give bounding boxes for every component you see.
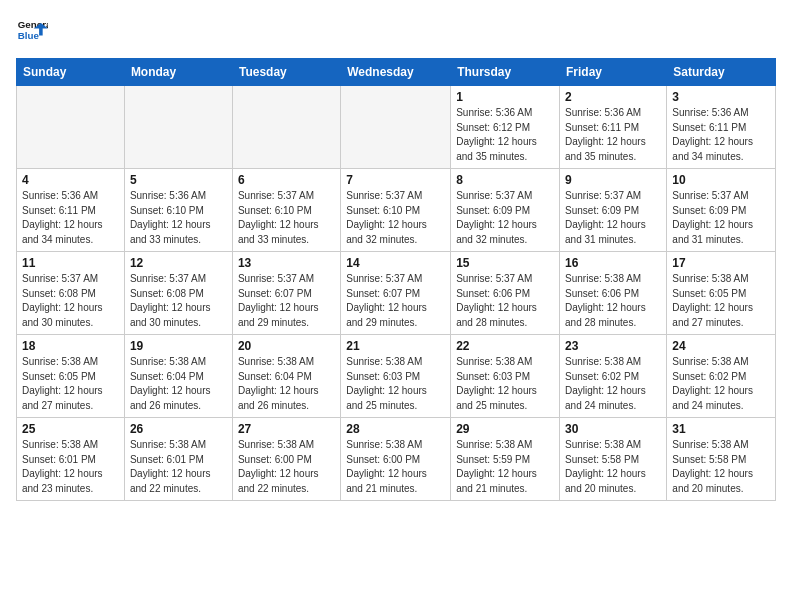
day-detail: Sunrise: 5:36 AMSunset: 6:10 PMDaylight:… bbox=[130, 189, 227, 247]
day-detail: Sunrise: 5:37 AMSunset: 6:10 PMDaylight:… bbox=[238, 189, 335, 247]
day-number: 5 bbox=[130, 173, 227, 187]
day-number: 2 bbox=[565, 90, 661, 104]
day-number: 22 bbox=[456, 339, 554, 353]
day-number: 23 bbox=[565, 339, 661, 353]
day-detail: Sunrise: 5:36 AMSunset: 6:11 PMDaylight:… bbox=[672, 106, 770, 164]
calendar-cell: 10Sunrise: 5:37 AMSunset: 6:09 PMDayligh… bbox=[667, 169, 776, 252]
weekday-header-thursday: Thursday bbox=[451, 59, 560, 86]
calendar-cell: 14Sunrise: 5:37 AMSunset: 6:07 PMDayligh… bbox=[341, 252, 451, 335]
week-row-2: 4Sunrise: 5:36 AMSunset: 6:11 PMDaylight… bbox=[17, 169, 776, 252]
day-detail: Sunrise: 5:37 AMSunset: 6:09 PMDaylight:… bbox=[565, 189, 661, 247]
day-detail: Sunrise: 5:38 AMSunset: 6:02 PMDaylight:… bbox=[565, 355, 661, 413]
day-detail: Sunrise: 5:38 AMSunset: 6:06 PMDaylight:… bbox=[565, 272, 661, 330]
day-number: 29 bbox=[456, 422, 554, 436]
day-number: 27 bbox=[238, 422, 335, 436]
day-detail: Sunrise: 5:38 AMSunset: 6:00 PMDaylight:… bbox=[238, 438, 335, 496]
calendar-cell: 3Sunrise: 5:36 AMSunset: 6:11 PMDaylight… bbox=[667, 86, 776, 169]
calendar-cell: 16Sunrise: 5:38 AMSunset: 6:06 PMDayligh… bbox=[560, 252, 667, 335]
weekday-header-sunday: Sunday bbox=[17, 59, 125, 86]
calendar-cell: 23Sunrise: 5:38 AMSunset: 6:02 PMDayligh… bbox=[560, 335, 667, 418]
weekday-header-monday: Monday bbox=[124, 59, 232, 86]
calendar-cell: 2Sunrise: 5:36 AMSunset: 6:11 PMDaylight… bbox=[560, 86, 667, 169]
day-number: 11 bbox=[22, 256, 119, 270]
calendar-cell: 27Sunrise: 5:38 AMSunset: 6:00 PMDayligh… bbox=[232, 418, 340, 501]
logo: General Blue bbox=[16, 16, 52, 48]
calendar-cell bbox=[232, 86, 340, 169]
day-number: 6 bbox=[238, 173, 335, 187]
calendar-cell: 9Sunrise: 5:37 AMSunset: 6:09 PMDaylight… bbox=[560, 169, 667, 252]
day-detail: Sunrise: 5:38 AMSunset: 6:03 PMDaylight:… bbox=[346, 355, 445, 413]
day-number: 26 bbox=[130, 422, 227, 436]
day-number: 3 bbox=[672, 90, 770, 104]
day-number: 20 bbox=[238, 339, 335, 353]
calendar-table: SundayMondayTuesdayWednesdayThursdayFrid… bbox=[16, 58, 776, 501]
calendar-cell: 28Sunrise: 5:38 AMSunset: 6:00 PMDayligh… bbox=[341, 418, 451, 501]
day-detail: Sunrise: 5:37 AMSunset: 6:09 PMDaylight:… bbox=[456, 189, 554, 247]
calendar-cell: 5Sunrise: 5:36 AMSunset: 6:10 PMDaylight… bbox=[124, 169, 232, 252]
day-number: 4 bbox=[22, 173, 119, 187]
calendar-cell: 18Sunrise: 5:38 AMSunset: 6:05 PMDayligh… bbox=[17, 335, 125, 418]
calendar-cell bbox=[124, 86, 232, 169]
day-detail: Sunrise: 5:38 AMSunset: 6:04 PMDaylight:… bbox=[238, 355, 335, 413]
day-detail: Sunrise: 5:37 AMSunset: 6:09 PMDaylight:… bbox=[672, 189, 770, 247]
day-number: 17 bbox=[672, 256, 770, 270]
logo-icon: General Blue bbox=[16, 16, 48, 48]
day-detail: Sunrise: 5:38 AMSunset: 5:58 PMDaylight:… bbox=[672, 438, 770, 496]
day-number: 12 bbox=[130, 256, 227, 270]
calendar-cell: 25Sunrise: 5:38 AMSunset: 6:01 PMDayligh… bbox=[17, 418, 125, 501]
day-number: 8 bbox=[456, 173, 554, 187]
day-number: 9 bbox=[565, 173, 661, 187]
calendar-cell: 31Sunrise: 5:38 AMSunset: 5:58 PMDayligh… bbox=[667, 418, 776, 501]
week-row-3: 11Sunrise: 5:37 AMSunset: 6:08 PMDayligh… bbox=[17, 252, 776, 335]
calendar-cell: 26Sunrise: 5:38 AMSunset: 6:01 PMDayligh… bbox=[124, 418, 232, 501]
day-number: 10 bbox=[672, 173, 770, 187]
day-detail: Sunrise: 5:38 AMSunset: 6:00 PMDaylight:… bbox=[346, 438, 445, 496]
calendar-cell: 8Sunrise: 5:37 AMSunset: 6:09 PMDaylight… bbox=[451, 169, 560, 252]
calendar-cell: 29Sunrise: 5:38 AMSunset: 5:59 PMDayligh… bbox=[451, 418, 560, 501]
calendar-cell: 20Sunrise: 5:38 AMSunset: 6:04 PMDayligh… bbox=[232, 335, 340, 418]
day-number: 30 bbox=[565, 422, 661, 436]
day-detail: Sunrise: 5:38 AMSunset: 6:04 PMDaylight:… bbox=[130, 355, 227, 413]
day-detail: Sunrise: 5:36 AMSunset: 6:12 PMDaylight:… bbox=[456, 106, 554, 164]
calendar-cell bbox=[17, 86, 125, 169]
calendar-cell: 13Sunrise: 5:37 AMSunset: 6:07 PMDayligh… bbox=[232, 252, 340, 335]
day-number: 7 bbox=[346, 173, 445, 187]
svg-text:General: General bbox=[18, 19, 48, 30]
calendar-cell: 6Sunrise: 5:37 AMSunset: 6:10 PMDaylight… bbox=[232, 169, 340, 252]
day-detail: Sunrise: 5:37 AMSunset: 6:08 PMDaylight:… bbox=[130, 272, 227, 330]
day-number: 31 bbox=[672, 422, 770, 436]
day-number: 25 bbox=[22, 422, 119, 436]
day-detail: Sunrise: 5:38 AMSunset: 6:05 PMDaylight:… bbox=[22, 355, 119, 413]
calendar-cell: 24Sunrise: 5:38 AMSunset: 6:02 PMDayligh… bbox=[667, 335, 776, 418]
svg-text:Blue: Blue bbox=[18, 30, 40, 41]
day-number: 21 bbox=[346, 339, 445, 353]
day-number: 28 bbox=[346, 422, 445, 436]
calendar-cell: 22Sunrise: 5:38 AMSunset: 6:03 PMDayligh… bbox=[451, 335, 560, 418]
day-detail: Sunrise: 5:37 AMSunset: 6:06 PMDaylight:… bbox=[456, 272, 554, 330]
calendar-cell bbox=[341, 86, 451, 169]
weekday-header-friday: Friday bbox=[560, 59, 667, 86]
day-detail: Sunrise: 5:38 AMSunset: 6:05 PMDaylight:… bbox=[672, 272, 770, 330]
day-detail: Sunrise: 5:38 AMSunset: 6:02 PMDaylight:… bbox=[672, 355, 770, 413]
day-detail: Sunrise: 5:36 AMSunset: 6:11 PMDaylight:… bbox=[22, 189, 119, 247]
calendar-cell: 30Sunrise: 5:38 AMSunset: 5:58 PMDayligh… bbox=[560, 418, 667, 501]
calendar-cell: 21Sunrise: 5:38 AMSunset: 6:03 PMDayligh… bbox=[341, 335, 451, 418]
calendar-cell: 17Sunrise: 5:38 AMSunset: 6:05 PMDayligh… bbox=[667, 252, 776, 335]
weekday-header-row: SundayMondayTuesdayWednesdayThursdayFrid… bbox=[17, 59, 776, 86]
week-row-5: 25Sunrise: 5:38 AMSunset: 6:01 PMDayligh… bbox=[17, 418, 776, 501]
day-number: 1 bbox=[456, 90, 554, 104]
day-number: 14 bbox=[346, 256, 445, 270]
day-number: 18 bbox=[22, 339, 119, 353]
day-number: 19 bbox=[130, 339, 227, 353]
weekday-header-wednesday: Wednesday bbox=[341, 59, 451, 86]
day-detail: Sunrise: 5:37 AMSunset: 6:07 PMDaylight:… bbox=[238, 272, 335, 330]
week-row-4: 18Sunrise: 5:38 AMSunset: 6:05 PMDayligh… bbox=[17, 335, 776, 418]
day-detail: Sunrise: 5:37 AMSunset: 6:07 PMDaylight:… bbox=[346, 272, 445, 330]
calendar-cell: 1Sunrise: 5:36 AMSunset: 6:12 PMDaylight… bbox=[451, 86, 560, 169]
day-detail: Sunrise: 5:37 AMSunset: 6:10 PMDaylight:… bbox=[346, 189, 445, 247]
header: General Blue bbox=[16, 16, 776, 48]
day-detail: Sunrise: 5:36 AMSunset: 6:11 PMDaylight:… bbox=[565, 106, 661, 164]
calendar-cell: 11Sunrise: 5:37 AMSunset: 6:08 PMDayligh… bbox=[17, 252, 125, 335]
calendar-cell: 19Sunrise: 5:38 AMSunset: 6:04 PMDayligh… bbox=[124, 335, 232, 418]
day-detail: Sunrise: 5:38 AMSunset: 6:03 PMDaylight:… bbox=[456, 355, 554, 413]
